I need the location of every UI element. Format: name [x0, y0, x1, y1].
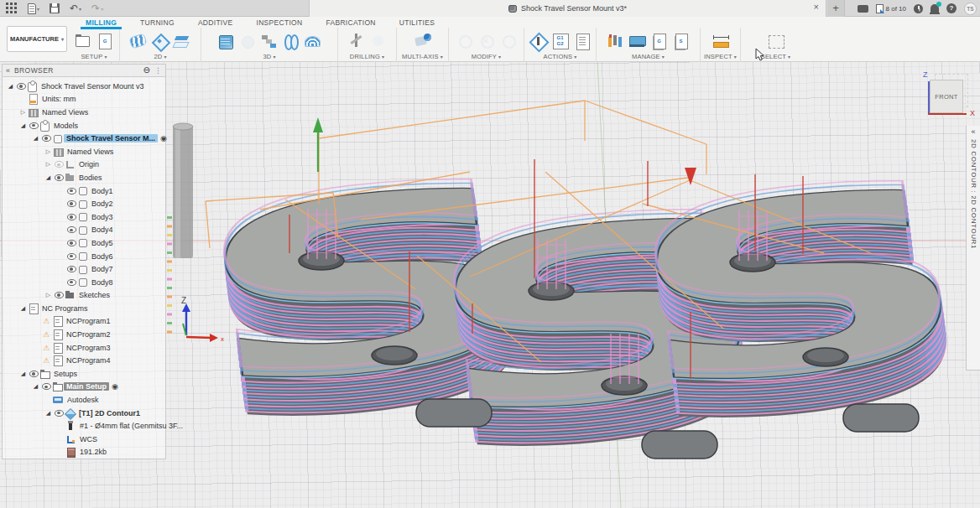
- tree-item-body2[interactable]: Body2: [3, 197, 165, 210]
- visibility-eye-icon[interactable]: [17, 83, 26, 90]
- tree-item-units-mm[interactable]: Units: mm: [3, 93, 165, 106]
- group-label[interactable]: ACTIONS: [544, 53, 573, 60]
- viewport[interactable]: SZx « BROWSER ⊖ ⋮ ◢Shock Travel Sensor M…: [0, 62, 980, 508]
- tree-item-ncprogram1[interactable]: ⚠NCProgram1: [3, 315, 165, 329]
- help-icon[interactable]: ?: [946, 3, 957, 13]
- tree-item-ncprogram4[interactable]: ⚠NCProgram4: [3, 354, 165, 367]
- tree-item-sketches[interactable]: ▷Sketches: [3, 289, 165, 303]
- expander-icon[interactable]: ▷: [44, 292, 53, 298]
- tree-item-label[interactable]: Setups: [51, 370, 80, 378]
- undo-button[interactable]: ↶▾: [67, 2, 84, 15]
- new-tab-button[interactable]: +: [827, 0, 845, 17]
- tree-item-label[interactable]: Models: [51, 122, 81, 130]
- visibility-eye-icon[interactable]: [67, 279, 76, 286]
- tree-item-label[interactable]: [T1] 2D Contour1: [76, 409, 143, 417]
- expander-icon[interactable]: ◢: [6, 83, 15, 90]
- save-button[interactable]: [47, 2, 62, 15]
- tree-item-ncprogram2[interactable]: ⚠NCProgram2: [3, 328, 165, 341]
- tree-item-body5[interactable]: Body5: [3, 236, 165, 250]
- tree-item-label[interactable]: WCS: [77, 435, 100, 443]
- visibility-eye-icon[interactable]: [67, 266, 76, 272]
- window-select-icon[interactable]: [766, 32, 786, 50]
- multi-axis-icon[interactable]: [413, 32, 433, 50]
- expander-icon[interactable]: ▷: [44, 148, 53, 155]
- steep-shallow-icon[interactable]: [259, 32, 279, 50]
- adaptive3d-icon[interactable]: [216, 32, 236, 50]
- visibility-eye-icon[interactable]: [42, 135, 51, 142]
- tree-item-label[interactable]: NCProgram4: [64, 356, 113, 365]
- tree-item-named-views[interactable]: ▷Named Views: [3, 145, 165, 158]
- drill-icon[interactable]: [347, 32, 367, 50]
- group-label[interactable]: MULTI-AXIS: [402, 53, 439, 60]
- workspace-switcher[interactable]: MANUFACTURE ▾: [7, 26, 67, 52]
- avatar[interactable]: TS: [964, 3, 977, 15]
- visibility-eye-icon[interactable]: [55, 174, 64, 181]
- template-doc-icon[interactable]: S: [671, 32, 691, 50]
- feedback-icon[interactable]: [858, 5, 868, 13]
- drill-icon[interactable]: [368, 32, 388, 50]
- pocket3d-icon[interactable]: [237, 32, 258, 50]
- tree-item-main-setup[interactable]: ◢Main Setup◉: [3, 381, 165, 394]
- visibility-eye-icon[interactable]: [29, 122, 39, 129]
- tree-item-body1[interactable]: Body1: [3, 184, 165, 198]
- group-label[interactable]: DRILLING: [350, 53, 380, 60]
- visibility-eye-icon[interactable]: [67, 200, 76, 207]
- close-tab-icon[interactable]: ×: [814, 2, 819, 12]
- tree-item-shock-travel-sensor-mount-v3[interactable]: ◢Shock Travel Sensor Mount v3: [3, 80, 165, 93]
- tab-inspection[interactable]: INSPECTION: [244, 18, 314, 28]
- tree-item-label[interactable]: Body2: [89, 200, 116, 208]
- expand-panel-icon[interactable]: «: [971, 127, 975, 136]
- clock-icon[interactable]: [914, 4, 923, 13]
- tree-item-label[interactable]: 191.2kb: [77, 448, 109, 456]
- tree-item-t1-2d-contour1[interactable]: ◢[T1] 2D Contour1: [3, 407, 165, 420]
- tree-item-1-4mm-flat-genmitsu-3f[interactable]: #1 - Ø4mm flat (Genmitsu 3F...: [3, 419, 165, 433]
- tree-item-label[interactable]: NC Programs: [39, 304, 91, 313]
- tree-item-named-views[interactable]: ▷Named Views: [3, 106, 165, 119]
- visibility-eye-icon[interactable]: [67, 188, 76, 194]
- tool-library-icon[interactable]: [606, 32, 626, 50]
- tab-additive[interactable]: ADDITIVE: [186, 18, 245, 28]
- tree-item-label[interactable]: Body4: [89, 225, 116, 234]
- expander-icon[interactable]: ▷: [44, 161, 53, 168]
- tree-item-191-2kb[interactable]: 191.2kb: [3, 446, 165, 459]
- tree-item-label[interactable]: NCProgram3: [64, 344, 113, 352]
- tree-item-body7[interactable]: Body7: [3, 262, 165, 276]
- setup-icon[interactable]: [73, 32, 93, 50]
- post-process-icon[interactable]: [529, 32, 549, 50]
- collapse-panel-icon[interactable]: «: [6, 66, 10, 75]
- visibility-eye-icon[interactable]: [42, 383, 51, 390]
- tab-fabrication[interactable]: FABRICATION: [314, 18, 387, 28]
- expander-icon[interactable]: ◢: [31, 383, 40, 390]
- tree-item-nc-programs[interactable]: ◢NC Programs: [3, 302, 165, 315]
- expander-icon[interactable]: ◢: [18, 305, 28, 312]
- tree-item-shock-travel-sensor-m[interactable]: ◢Shock Travel Sensor M...◉: [3, 132, 165, 145]
- tab-milling[interactable]: MILLING: [74, 18, 128, 28]
- link-icon[interactable]: [498, 32, 519, 50]
- tree-item-body4[interactable]: Body4: [3, 224, 165, 237]
- display-settings-icon[interactable]: ⊖: [143, 66, 150, 75]
- visibility-eye-icon[interactable]: [67, 240, 76, 246]
- tree-item-body8[interactable]: Body8: [3, 276, 165, 289]
- expander-icon[interactable]: ◢: [31, 135, 40, 142]
- notifications-bell-icon[interactable]: [930, 4, 939, 13]
- tree-item-ncprogram3[interactable]: ⚠NCProgram3: [3, 341, 165, 355]
- expander-icon[interactable]: ◢: [18, 122, 28, 129]
- job-status[interactable]: 8 of 10: [876, 4, 906, 13]
- tree-item-label[interactable]: Body3: [89, 213, 116, 221]
- group-label[interactable]: SETUP: [81, 53, 102, 60]
- face-icon[interactable]: [172, 32, 192, 50]
- tree-item-label[interactable]: Named Views: [65, 148, 116, 156]
- view-cube[interactable]: FRONT Z X: [916, 70, 978, 122]
- visibility-eye-icon[interactable]: [67, 214, 76, 220]
- activate-radio-icon[interactable]: ◉: [112, 382, 118, 391]
- tree-item-label[interactable]: Main Setup: [64, 382, 109, 391]
- g1g2-icon[interactable]: G1 G2: [550, 32, 571, 50]
- tree-item-bodies[interactable]: ◢Bodies: [3, 171, 165, 184]
- tree-item-label[interactable]: Bodies: [76, 174, 105, 182]
- tree-item-label[interactable]: Origin: [76, 160, 102, 168]
- tree-item-body6[interactable]: Body6: [3, 250, 165, 263]
- adaptive2d-icon[interactable]: [128, 32, 149, 50]
- pocket2d-icon[interactable]: [150, 32, 170, 50]
- collapsed-operation-dialog[interactable]: « 2D CONTOUR : 2D CONTOUR1: [966, 126, 980, 371]
- group-label[interactable]: MODIFY: [472, 53, 497, 60]
